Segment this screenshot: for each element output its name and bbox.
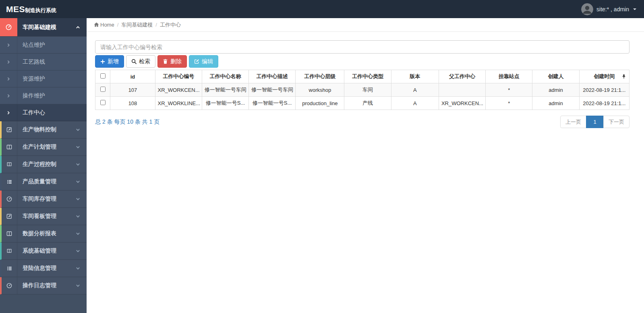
chevron-down-icon [76,128,80,132]
book-icon [2,243,17,259]
column-header-station[interactable]: 挂靠站点 [486,70,532,83]
breadcrumb-home[interactable]: Home [94,22,114,28]
column-header-code[interactable]: 工作中心编号 [155,70,202,83]
sidebar-group-system-management[interactable]: 系统基础管理 [0,243,87,260]
sidebar-group-label: 产品质量管理 [17,173,87,190]
column-header-create-time[interactable]: 创建时间 [579,70,629,83]
breadcrumb-work-center: 工作中心 [160,21,181,29]
breadcrumb-separator: / [117,22,119,28]
list-icon [2,173,17,190]
sidebar-group-material-control[interactable]: 生产物料控制 [0,121,87,139]
chevron-down-icon [76,284,80,288]
delete-button[interactable]: 删除 [157,55,187,68]
columns-icon [2,225,17,242]
sidebar: 车间基础建模 站点维护 工艺路线 资源维护 操作 [0,18,87,313]
row-checkbox[interactable] [100,100,106,105]
table-row[interactable]: 108 XR_WORKLINE... 修一智能一号S... 修一智能一号S...… [95,97,630,110]
gauge-icon [0,18,17,36]
breadcrumb: Home / 车间基础建模 / 工作中心 [87,18,644,32]
edit-icon [2,208,17,225]
column-header-name[interactable]: 工作中心名称 [202,70,248,83]
book-icon [2,156,17,173]
sidebar-item-label: 站点维护 [17,37,87,53]
header-select-all-cell [95,70,110,83]
breadcrumb-workshop-modeling[interactable]: 车间基础建模 [121,21,153,29]
sidebar-item-station-maintenance[interactable]: 站点维护 [0,37,87,54]
sidebar-group-operation-log[interactable]: 操作日志管理 [0,277,87,294]
chevron-down-icon [76,162,80,167]
breadcrumb-separator: / [155,22,157,28]
sidebar-item-work-center[interactable]: 工作中心 [0,104,87,121]
user-label: site:* , admin [596,6,629,12]
sidebar-group-process-control[interactable]: 生产过程控制 [0,156,87,173]
prev-page-button[interactable]: 上一页 [560,116,586,128]
chevron-right-icon [0,104,17,121]
cell-description: 修一智能一号S... [249,97,296,110]
pin-icon[interactable] [622,74,626,79]
sidebar-item-operation-maintenance[interactable]: 操作维护 [0,87,87,104]
sidebar-group-data-analysis[interactable]: 数据分析报表 [0,225,87,243]
cell-create-time: 2022-08-19 21:1... [579,97,629,110]
column-header-parent[interactable]: 父工作中心 [439,70,485,83]
cell-create-time: 2022-08-19 21:1... [579,83,629,97]
next-page-button[interactable]: 下一页 [603,116,630,128]
sidebar-group-inventory-management[interactable]: 车间库存管理 [0,191,87,208]
column-header-creator[interactable]: 创建人 [532,70,579,83]
sidebar-group-label: 登陆信息管理 [17,260,87,277]
gauge-icon [2,277,17,294]
cell-id: 107 [110,83,155,97]
chevron-right-icon [0,37,17,53]
trash-icon [163,59,168,64]
cell-station: * [486,97,532,110]
avatar [581,3,593,15]
cell-code: XR_WORKCEN... [155,83,202,97]
sidebar-group-label: 车间库存管理 [17,191,87,207]
column-header-id[interactable]: id [110,70,155,83]
sidebar-group-workshop-modeling[interactable]: 车间基础建模 [0,18,87,37]
search-icon [131,59,137,64]
chevron-right-icon [0,70,17,87]
cell-name: 修一智能一号车间 [202,83,248,97]
query-button[interactable]: 检索 [126,55,155,68]
cell-version: A [391,83,439,97]
sidebar-group-label: 车间看板管理 [17,208,87,225]
cell-name: 修一智能一号S... [202,97,248,110]
chevron-down-icon [76,266,80,271]
table-row[interactable]: 107 XR_WORKCEN... 修一智能一号车间 修一智能一号车间 work… [95,83,630,97]
column-header-level[interactable]: 工作中心层级 [296,70,344,83]
sidebar-group-quality-management[interactable]: 产品质量管理 [0,173,87,191]
sidebar-group-plan-management[interactable]: 生产计划管理 [0,139,87,156]
column-header-type[interactable]: 工作中心类型 [344,70,391,83]
select-all-checkbox[interactable] [100,73,106,79]
cell-parent [439,83,485,97]
cell-id: 108 [110,97,155,110]
column-header-version[interactable]: 版本 [391,70,439,83]
edit-button[interactable]: 编辑 [189,55,218,68]
app-logo[interactable]: MES制造执行系统 [6,4,56,14]
chevron-up-icon [76,25,80,29]
cell-type: 产线 [344,97,391,110]
sidebar-group-label: 数据分析报表 [17,225,87,242]
pagination: 上一页 1 下一页 [560,116,630,128]
sidebar-item-process-route[interactable]: 工艺路线 [0,54,87,70]
sidebar-group-kanban-management[interactable]: 车间看板管理 [0,208,87,225]
gauge-icon [2,191,17,207]
sidebar-group-label: 操作日志管理 [17,277,87,294]
add-button[interactable]: 新增 [95,55,124,68]
row-select-cell [95,83,110,97]
column-header-description[interactable]: 工作中心描述 [249,70,296,83]
home-icon [94,22,99,27]
search-input[interactable] [95,40,630,54]
brand-text-bold: MES [6,4,25,14]
user-menu[interactable]: site:* , admin [581,3,638,15]
chevron-right-icon [0,54,17,70]
columns-icon [2,139,17,155]
page-1-button[interactable]: 1 [586,116,604,128]
chevron-right-icon [0,87,17,104]
sidebar-group-login-info[interactable]: 登陆信息管理 [0,260,87,277]
cell-creator: admin [532,97,579,110]
sidebar-item-resource-maintenance[interactable]: 资源维护 [0,70,87,87]
sidebar-item-label: 资源维护 [17,70,87,87]
cell-parent: XR_WORKCEN... [439,97,485,110]
row-checkbox[interactable] [100,87,106,92]
